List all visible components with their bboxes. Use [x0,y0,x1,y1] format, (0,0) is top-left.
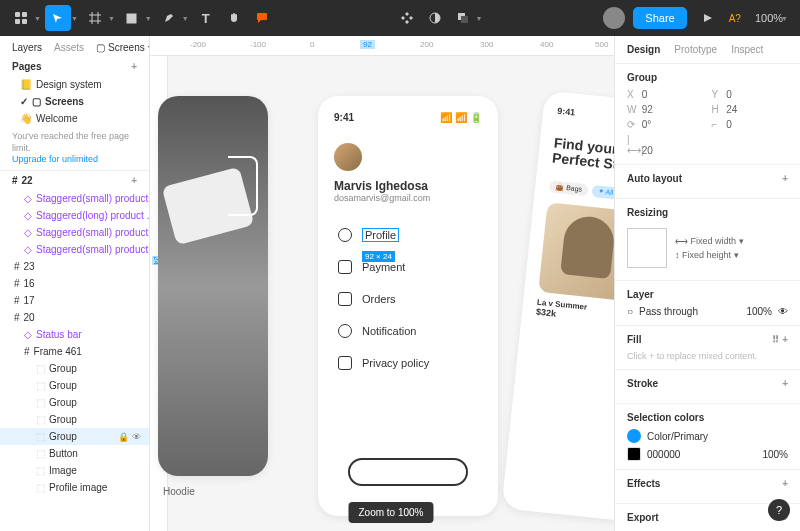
chevron-down-icon[interactable]: ▼ [781,15,788,22]
y-input[interactable]: 0 [726,89,732,100]
svg-rect-7 [461,16,468,23]
lock-icon[interactable]: 🔒 👁 [118,432,141,442]
tab-assets[interactable]: Assets [54,42,84,53]
frame-section[interactable]: #17 [0,292,149,309]
frame-section[interactable]: #23 [0,258,149,275]
corner-input[interactable]: 0 [726,119,732,130]
layer-item[interactable]: ⬚Button [0,445,149,462]
spacing-input[interactable]: 20 [642,145,653,156]
chevron-down-icon[interactable]: ▼ [182,15,189,22]
layer-item[interactable]: ◇Staggered(long) product ... [0,207,149,224]
selection-size-badge: 92 × 24 [362,251,395,262]
visibility-icon[interactable]: 👁 [778,306,788,317]
figma-menu-icon[interactable] [8,5,34,31]
rotation-input[interactable]: 0° [642,119,652,130]
hand-tool-icon[interactable] [221,5,247,31]
boolean-icon[interactable] [450,5,476,31]
chevron-down-icon[interactable]: ▼ [71,15,78,22]
upgrade-link[interactable]: Upgrade for unlimited [12,154,98,164]
menu-privacy[interactable]: Privacy policy [334,347,482,379]
group-heading: Group [627,72,657,83]
layer-item[interactable]: ⬚Profile image [0,479,149,496]
w-input[interactable]: 92 [642,104,653,115]
color-name: Color/Primary [647,431,708,442]
tab-inspect[interactable]: Inspect [731,44,763,55]
color-swatch[interactable] [627,429,641,443]
h-input[interactable]: 24 [726,104,737,115]
pen-tool-icon[interactable] [156,5,182,31]
fixed-height-select[interactable]: ↕ Fixed height ▾ [675,248,744,262]
menu-notification[interactable]: Notification [334,315,482,347]
upgrade-notice: You've reached the free page limit. Upgr… [0,127,149,170]
layer-item[interactable]: ⬚Group [0,411,149,428]
layer-item[interactable]: ⬚Group [0,377,149,394]
color-hex[interactable]: 000000 [647,449,680,460]
fill-style-button[interactable]: ⠿ + [772,334,788,345]
layer-item[interactable]: ◇Staggered(small) product... [0,224,149,241]
user-avatar[interactable] [603,7,625,29]
chevron-down-icon[interactable]: ▼ [34,15,41,22]
layer-item[interactable]: ⬚Image [0,462,149,479]
chevron-down-icon[interactable]: ▼ [108,15,115,22]
fill-hint: Click + to replace mixed content. [627,351,788,361]
layer-item[interactable]: ◇Staggered(small) product... [0,190,149,207]
tab-layers[interactable]: Layers [12,42,42,53]
add-autolayout-button[interactable]: + [782,173,788,184]
artboard-menu[interactable]: 9:41📶 📶 🔋 Marvis Ighedosa dosamarvis@gma… [318,96,498,516]
chevron-down-icon[interactable]: ▼ [476,15,483,22]
move-tool-icon[interactable] [45,5,71,31]
x-input[interactable]: 0 [642,89,648,100]
tab-prototype[interactable]: Prototype [674,44,717,55]
layer-item[interactable]: ◇Staggered(small) product... [0,241,149,258]
product-image [538,202,614,301]
text-tool-icon[interactable]: T [193,5,219,31]
layer-item[interactable]: ⬚Group [0,360,149,377]
artboard-label: Hoodie [163,486,195,497]
page-item[interactable]: 👋Welcome [0,110,149,127]
help-button[interactable]: ? [768,499,790,521]
horizontal-ruler[interactable]: -200 -100 0 92 200 300 400 500 [150,36,614,56]
layer-item[interactable]: ⬚Group [0,394,149,411]
comment-tool-icon[interactable] [249,5,275,31]
color-swatch[interactable] [627,447,641,461]
layer-item[interactable]: ◇Status bar [0,326,149,343]
frame-section[interactable]: #16 [0,275,149,292]
button-outline [348,458,468,486]
frame-section[interactable]: #20 [0,309,149,326]
opacity-input[interactable]: 100% [746,306,772,317]
layer-item-selected[interactable]: ⬚Group🔒 👁 [0,428,149,445]
layer-item[interactable]: #Frame 461 [0,343,149,360]
share-button[interactable]: Share [633,7,686,29]
frame-tool-icon[interactable] [82,5,108,31]
chevron-down-icon[interactable]: ▼ [145,15,152,22]
bracket-decoration [228,156,258,216]
status-bar: 9:41📶 📶 🔋 [334,112,482,123]
menu-payment[interactable]: Payment [334,251,482,283]
artboard-sneaker[interactable] [158,96,268,476]
page-item[interactable]: ✓▢Screens [0,93,149,110]
person-icon [338,228,352,242]
component-icon[interactable] [394,5,420,31]
chip-all: ✦ All [591,185,614,200]
add-page-button[interactable]: + [131,61,137,72]
artboard-shop[interactable]: 9:41 ☰ Find your Perfect Sty 👜 Bags ✦ Al… [501,90,614,521]
color-opacity[interactable]: 100% [762,449,788,460]
frame-section[interactable]: #22+ [0,170,149,190]
file-dropdown[interactable]: ▢ Screens ▾ [96,42,150,53]
mask-icon[interactable] [422,5,448,31]
resize-preview[interactable] [627,228,667,268]
menu-orders[interactable]: Orders [334,283,482,315]
present-icon[interactable] [695,5,721,31]
bag-icon [338,292,352,306]
add-effect-button[interactable]: + [782,478,788,489]
blend-mode-select[interactable]: Pass through [639,306,698,317]
review-badge[interactable]: A? [729,13,741,24]
page-item[interactable]: 📒Design system [0,76,149,93]
zoom-level[interactable]: 100% [755,12,783,24]
export-label: Export [627,512,659,523]
add-stroke-button[interactable]: + [782,378,788,389]
shape-tool-icon[interactable] [119,5,145,31]
tab-design[interactable]: Design [627,44,660,55]
fixed-width-select[interactable]: ⟷ Fixed width ▾ [675,234,744,248]
menu-profile[interactable]: Profile92 × 24 [334,219,482,251]
